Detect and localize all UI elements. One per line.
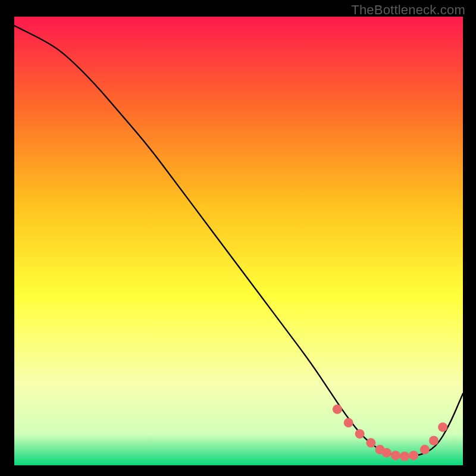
sweet-spot-dot [391, 450, 400, 460]
sweet-spot-dot [382, 448, 392, 458]
gradient-background [14, 17, 463, 465]
sweet-spot-dot [438, 422, 447, 432]
sweet-spot-dot [400, 452, 409, 461]
plot-area [14, 17, 463, 465]
chart-svg [14, 17, 463, 465]
sweet-spot-dot [344, 418, 353, 427]
sweet-spot-dot [366, 438, 375, 447]
sweet-spot-dot [420, 445, 430, 455]
chart-frame: TheBottleneck.com [0, 0, 476, 476]
sweet-spot-dot [429, 436, 439, 446]
sweet-spot-dot [355, 429, 365, 439]
watermark-text: TheBottleneck.com [351, 2, 465, 18]
sweet-spot-dot [409, 450, 418, 460]
sweet-spot-dot [333, 405, 342, 414]
